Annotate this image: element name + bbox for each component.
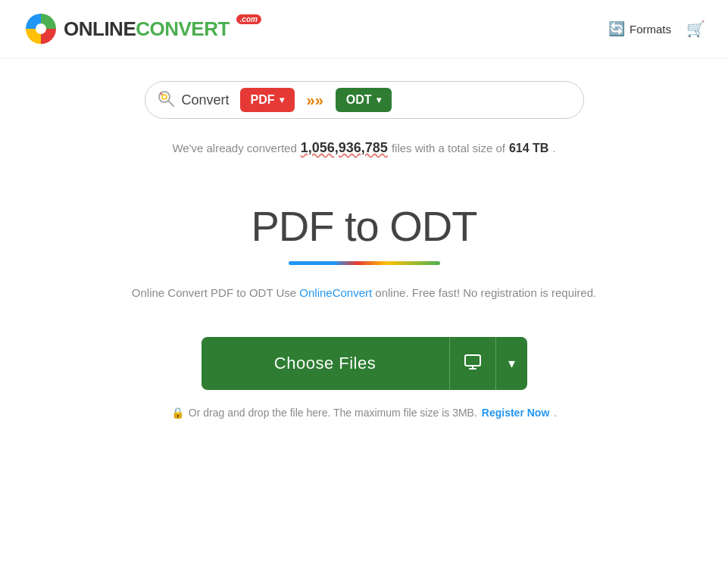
svg-line-4 [161, 93, 162, 95]
rainbow-divider [289, 261, 440, 265]
choose-files-monitor-button[interactable] [449, 337, 495, 390]
svg-rect-5 [465, 355, 480, 366]
subtitle: Online Convert PDF to ODT Use OnlineConv… [132, 286, 596, 299]
logo-icon [23, 11, 59, 47]
subtitle-text-suffix: online. Free fast! No registration is re… [372, 286, 596, 299]
choose-files-button[interactable]: Choose Files [202, 337, 449, 390]
svg-point-3 [162, 95, 167, 99]
from-format-button[interactable]: PDF ▾ [240, 88, 295, 112]
drag-drop-note: 🔒 Or drag and drop the file here. The ma… [171, 407, 557, 419]
to-format-button[interactable]: ODT ▾ [336, 88, 392, 112]
refresh-icon: 🔄 [608, 20, 625, 37]
logo-com-badge: .com [236, 14, 261, 24]
subtitle-text-prefix: Online Convert PDF to ODT Use [132, 286, 299, 299]
stats-prefix: We've already converted [172, 142, 296, 154]
logo-name: ONLINECONVERT [64, 17, 235, 40]
choose-files-wrapper: Choose Files ▾ [202, 337, 527, 390]
logo[interactable]: ONLINECONVERT .com [23, 11, 260, 47]
header-right: 🔄 Formats 🛒 [608, 20, 705, 38]
main-content: PDF to ODT Online Convert PDF to ODT Use… [0, 156, 728, 441]
svg-point-0 [36, 23, 46, 34]
search-section: Convert PDF ▾ »» ODT ▾ [0, 58, 728, 134]
stats-size: 614 TB [509, 142, 548, 155]
cart-icon: 🛒 [686, 20, 705, 37]
drag-note-text: Or drag and drop the file here. The maxi… [189, 407, 477, 419]
svg-line-2 [168, 101, 173, 106]
stats-section: We've already converted 1,056,936,785 fi… [0, 134, 728, 156]
cart-button[interactable]: 🛒 [686, 20, 705, 38]
choose-files-chevron-icon: ▾ [508, 356, 515, 371]
pdf-chevron-icon: ▾ [280, 95, 284, 105]
search-icon [158, 90, 174, 111]
stats-middle: files with a total size of [392, 142, 505, 154]
header: ONLINECONVERT .com 🔄 Formats 🛒 [0, 0, 728, 58]
formats-button[interactable]: 🔄 Formats [608, 20, 671, 37]
subtitle-link[interactable]: OnlineConvert [299, 286, 372, 299]
formats-label: Formats [630, 23, 671, 36]
convert-label: Convert [182, 92, 230, 108]
drag-note-suffix: . [554, 407, 557, 419]
from-format-label: PDF [251, 93, 275, 107]
lock-icon: 🔒 [171, 407, 184, 419]
arrows-icon: »» [307, 92, 323, 109]
choose-files-dropdown-button[interactable]: ▾ [495, 337, 527, 390]
search-bar: Convert PDF ▾ »» ODT ▾ [145, 81, 584, 119]
to-format-label: ODT [346, 93, 372, 107]
odt-chevron-icon: ▾ [376, 95, 381, 105]
logo-text: ONLINECONVERT .com [64, 19, 260, 39]
page-title: PDF to ODT [251, 201, 476, 251]
stats-number: 1,056,936,785 [301, 140, 388, 156]
stats-suffix: . [552, 142, 555, 154]
register-link[interactable]: Register Now [482, 407, 549, 419]
monitor-icon [464, 357, 482, 374]
